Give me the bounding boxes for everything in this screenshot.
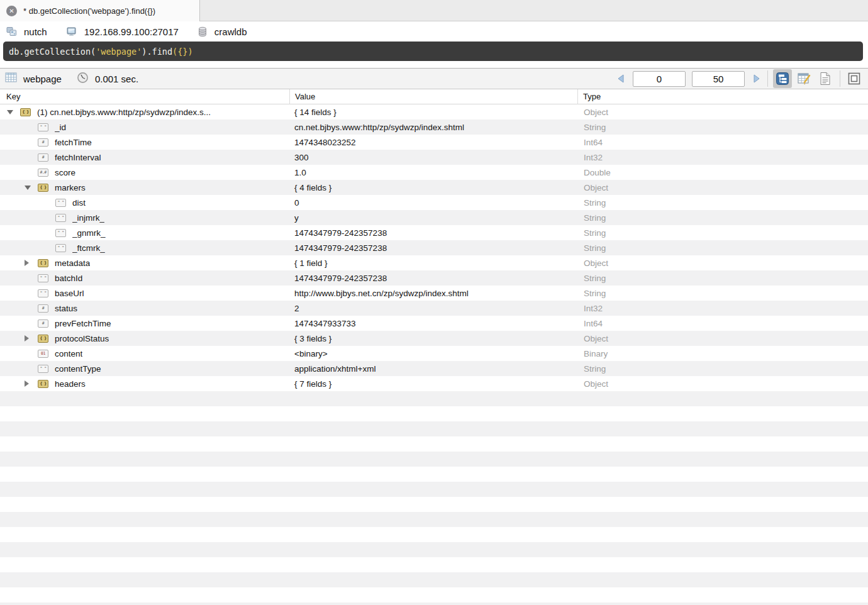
row-key-cell: { }protocolStatus: [0, 334, 289, 343]
object-type-icon: { }: [38, 335, 48, 343]
int-type-icon: #: [38, 153, 48, 162]
table-row[interactable]: #fetchTime1474348023252Int64: [0, 135, 868, 150]
collection-grid-icon: [5, 72, 17, 85]
query-editor[interactable]: db.getCollection('webpage').find({}): [3, 42, 863, 61]
row-type-cell: String: [577, 228, 868, 238]
skip-input[interactable]: [633, 71, 686, 87]
double-type-icon: #.#: [38, 169, 48, 177]
row-key-cell: " "baseUrl: [0, 289, 289, 298]
row-type-cell: String: [577, 243, 868, 253]
table-row[interactable]: { }(1) cn.net.bjbys.www:http/zp/sydwzp/i…: [0, 104, 868, 119]
table-row[interactable]: { }markers{ 4 fields }Object: [0, 180, 868, 195]
row-value-cell: application/xhtml+xml: [289, 364, 577, 374]
table-row[interactable]: " "_gnmrk_1474347979-242357238String: [0, 225, 868, 240]
breadcrumb-connection[interactable]: nutch: [6, 26, 47, 37]
query-text-segment: db.getCollection(: [9, 47, 96, 57]
row-key-cell: { }(1) cn.net.bjbys.www:http/zp/sydwzp/i…: [0, 108, 289, 117]
string-type-icon: " ": [38, 289, 48, 297]
toolbar-divider: [767, 70, 768, 87]
query-text-segment: ({}): [172, 47, 193, 57]
row-key-label: baseUrl: [55, 289, 84, 298]
row-value-cell: y: [289, 213, 577, 223]
expand-toggle-icon[interactable]: [23, 335, 38, 341]
table-row[interactable]: { }headers{ 7 fields }Object: [0, 376, 868, 391]
table-row[interactable]: #.#score1.0Double: [0, 165, 868, 180]
int-type-icon: #: [38, 138, 48, 147]
row-key-cell: #fetchInterval: [0, 153, 289, 162]
table-row[interactable]: { }protocolStatus{ 3 fields }Object: [0, 331, 868, 346]
view-mode-buttons: [773, 69, 835, 88]
row-value-cell: { 14 fields }: [289, 108, 577, 117]
row-key-cell: " "_injmrk_: [0, 213, 289, 223]
row-key-cell: #prevFetchTime: [0, 319, 289, 328]
row-type-cell: Object: [577, 334, 868, 343]
result-rows: { }(1) cn.net.bjbys.www:http/zp/sydwzp/i…: [0, 104, 868, 605]
object-type-icon: { }: [20, 108, 31, 116]
query-text-segment: ).find: [142, 47, 172, 57]
row-key-cell: " "contentType: [0, 364, 289, 374]
column-header-key[interactable]: Key: [0, 89, 289, 104]
table-row[interactable]: " "baseUrlhttp://www.bjbys.net.cn/zp/syd…: [0, 286, 868, 301]
limit-input[interactable]: [692, 71, 745, 87]
row-key-label: fetchTime: [55, 138, 92, 147]
row-value-cell: { 1 field }: [289, 258, 577, 268]
maximize-results-button[interactable]: [845, 70, 863, 87]
row-key-cell: " "_gnmrk_: [0, 228, 289, 238]
row-type-cell: String: [577, 198, 868, 208]
collapse-toggle-icon[interactable]: [5, 110, 20, 114]
spacer: [0, 61, 868, 68]
row-value-cell: cn.net.bjbys.www:http/zp/sydwzp/index.sh…: [289, 123, 577, 132]
table-row[interactable]: #status2Int32: [0, 301, 868, 316]
breadcrumb-server[interactable]: 192.168.99.100:27017: [66, 26, 179, 37]
table-row[interactable]: 01content<binary>Binary: [0, 346, 868, 361]
row-type-cell: String: [577, 274, 868, 283]
object-type-icon: { }: [38, 380, 48, 388]
table-row[interactable]: #prevFetchTime1474347933733Int64: [0, 316, 868, 331]
column-header-value[interactable]: Value: [289, 89, 577, 104]
row-value-cell: 1474348023252: [289, 138, 577, 147]
tab-bar: ✕ * db.getCollection('webpage').find({}): [0, 0, 868, 21]
row-type-cell: String: [577, 213, 868, 223]
row-value-cell: 2: [289, 304, 577, 313]
row-key-label: batchId: [55, 274, 82, 283]
row-type-cell: Int64: [577, 138, 868, 147]
row-key-label: fetchInterval: [55, 153, 101, 162]
row-key-label: prevFetchTime: [55, 319, 111, 328]
row-value-cell: <binary>: [289, 349, 577, 358]
text-view-button[interactable]: [816, 69, 835, 88]
row-value-cell: 1.0: [289, 168, 577, 177]
tab-title: * db.getCollection('webpage').find({}): [23, 6, 155, 16]
row-type-cell: Object: [577, 258, 868, 268]
table-view-button[interactable]: [794, 69, 813, 88]
table-row[interactable]: { }metadata{ 1 field }Object: [0, 255, 868, 270]
tree-view-button[interactable]: [773, 69, 792, 88]
query-tab[interactable]: ✕ * db.getCollection('webpage').find({}): [0, 0, 200, 21]
table-row[interactable]: " "batchId1474347979-242357238String: [0, 270, 868, 286]
table-row[interactable]: " "dist0String: [0, 195, 868, 210]
table-row[interactable]: #fetchInterval300Int32: [0, 150, 868, 165]
collapse-toggle-icon[interactable]: [23, 186, 38, 190]
row-type-cell: String: [577, 289, 868, 298]
table-row[interactable]: " "contentTypeapplication/xhtml+xmlStrin…: [0, 361, 868, 376]
string-type-icon: " ": [55, 244, 66, 252]
expand-toggle-icon[interactable]: [23, 260, 38, 266]
row-key-label: score: [55, 168, 75, 177]
row-key-label: (1) cn.net.bjbys.www:http/zp/sydwzp/inde…: [37, 108, 211, 117]
row-type-cell: String: [577, 123, 868, 132]
row-value-cell: 1474347979-242357238: [289, 228, 577, 238]
object-type-icon: { }: [38, 259, 48, 267]
row-value-cell: { 7 fields }: [289, 379, 577, 389]
table-row[interactable]: " "_injmrk_yString: [0, 210, 868, 225]
page-next-button[interactable]: [751, 72, 762, 86]
breadcrumb-database[interactable]: crawldb: [198, 26, 247, 37]
expand-toggle-icon[interactable]: [23, 380, 38, 387]
results-header: Key Value Type: [0, 89, 868, 104]
server-address: 192.168.99.100:27017: [84, 26, 179, 37]
row-key-label: dist: [72, 198, 86, 208]
table-row[interactable]: " "_ftcmrk_1474347979-242357238String: [0, 240, 868, 255]
database-icon: [198, 26, 208, 37]
column-header-type[interactable]: Type: [577, 89, 868, 104]
page-previous-button[interactable]: [615, 72, 626, 86]
tab-close-icon[interactable]: ✕: [6, 6, 17, 16]
table-row[interactable]: " "_idcn.net.bjbys.www:http/zp/sydwzp/in…: [0, 119, 868, 135]
